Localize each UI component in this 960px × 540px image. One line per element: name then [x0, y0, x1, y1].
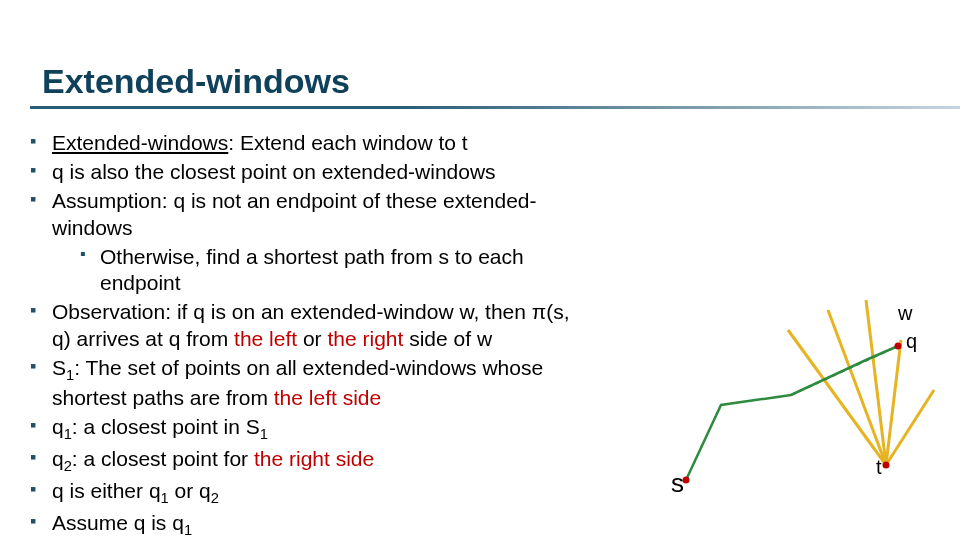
sub1: 1: [64, 426, 72, 442]
dot-t: [883, 462, 890, 469]
sub1: 1: [66, 367, 74, 383]
bullet-q1: q1: a closest point in S1: [26, 414, 586, 444]
figure-svg: [566, 270, 946, 530]
term-extended-windows: Extended-windows: [52, 131, 228, 154]
bullet-otherwise: Otherwise, find a shortest path from s t…: [52, 244, 586, 298]
text: q: [52, 415, 64, 438]
text: side of w: [403, 327, 492, 350]
slide: Extended-windows Extended-windows: Exten…: [0, 0, 960, 540]
bullet-s1: S1: The set of points on all extended-wi…: [26, 355, 586, 412]
bullet-extended-windows: Extended-windows: Extend each window to …: [26, 130, 586, 157]
text: q is either q: [52, 479, 161, 502]
sub1: 1: [184, 522, 192, 538]
text: : a closest point in S: [72, 415, 260, 438]
bullet-observation: Observation: if q is on an extended-wind…: [26, 299, 586, 353]
text: S: [52, 356, 66, 379]
label-w: w: [898, 302, 912, 325]
sub2: 2: [64, 458, 72, 474]
text: q: [52, 447, 64, 470]
bullet-q2: q2: a closest point for the right side: [26, 446, 586, 476]
slide-title: Extended-windows: [42, 62, 350, 101]
slide-body: Extended-windows: Extend each window to …: [26, 128, 586, 540]
sub2: 2: [211, 490, 219, 506]
label-s: s: [671, 468, 684, 499]
text: or q: [169, 479, 211, 502]
figure: s t w q: [566, 270, 946, 530]
bullet-list-1: Extended-windows: Extend each window to …: [26, 130, 586, 297]
bullet-q-either: q is either q1 or q2: [26, 478, 586, 508]
bullet-assume: Assume q is q1: [26, 510, 586, 540]
left-word: the left: [234, 327, 297, 350]
text: Otherwise, find a shortest path from s t…: [100, 245, 524, 295]
sub-list: Otherwise, find a shortest path from s t…: [52, 244, 586, 298]
text: Assume q is q: [52, 511, 184, 534]
title-divider: [30, 106, 960, 109]
dot-q: [895, 343, 902, 350]
right-word: the right: [327, 327, 403, 350]
text: Assumption: q is not an endpoint of thes…: [52, 189, 537, 239]
bullet-assumption: Assumption: q is not an endpoint of thes…: [26, 188, 586, 298]
sub1b: 1: [260, 426, 268, 442]
right-side-word: the right side: [254, 447, 374, 470]
label-t: t: [876, 456, 882, 479]
label-q: q: [906, 330, 917, 353]
text: or: [297, 327, 327, 350]
text: q is also the closest point on extended-…: [52, 160, 496, 183]
bullet-list-2: Observation: if q is on an extended-wind…: [26, 299, 586, 540]
text: : Extend each window to t: [228, 131, 467, 154]
text: : a closest point for: [72, 447, 254, 470]
sub1: 1: [161, 490, 169, 506]
bullet-q-closest: q is also the closest point on extended-…: [26, 159, 586, 186]
left-side-word: the left side: [274, 386, 381, 409]
